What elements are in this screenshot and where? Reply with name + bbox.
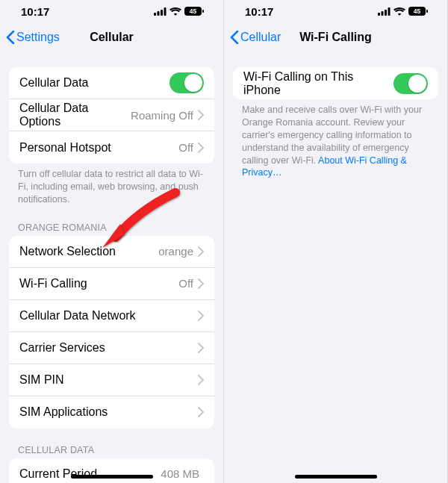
svg-rect-12 — [426, 10, 428, 13]
row-value: Off — [178, 141, 193, 154]
section-header-carrier: ORANGE ROMANIA — [18, 222, 205, 233]
back-label: Cellular — [240, 31, 281, 44]
status-time: 10:17 — [21, 5, 49, 18]
chevron-right-icon — [198, 343, 204, 353]
signal-icon — [154, 7, 167, 16]
chevron-right-icon — [198, 375, 204, 385]
row-label: SIM PIN — [19, 373, 198, 387]
footer-wifi-calling-info: Make and receive calls over Wi-Fi with y… — [242, 104, 429, 179]
svg-rect-7 — [378, 13, 380, 16]
svg-rect-1 — [158, 11, 160, 16]
row-personal-hotspot[interactable]: Personal Hotspot Off — [9, 131, 214, 163]
phone-wifi-calling: 10:17 45 Cellular Wi-Fi Calling Wi-Fi Ca… — [224, 0, 448, 483]
row-label: Network Selection — [19, 245, 158, 258]
wifi-icon — [393, 7, 405, 16]
status-bar: 10:17 45 — [224, 0, 447, 22]
svg-rect-2 — [161, 10, 163, 16]
row-sim-applications[interactable]: SIM Applications — [9, 396, 214, 429]
row-label: Cellular Data Network — [19, 309, 198, 322]
svg-rect-9 — [385, 10, 387, 16]
toggle-wifi-calling[interactable] — [393, 73, 428, 94]
svg-text:45: 45 — [190, 7, 197, 15]
group-cellular-general: Cellular Data Cellular Data Options Roam… — [9, 67, 214, 163]
back-label: Settings — [16, 31, 60, 44]
nav-bar: Settings Cellular — [0, 22, 223, 52]
content: Wi-Fi Calling on This iPhone Make and re… — [224, 52, 447, 483]
status-bar: 10:17 45 — [0, 0, 223, 22]
status-indicators: 45 — [154, 7, 204, 16]
row-label: Cellular Data — [19, 76, 169, 90]
section-header-cellular-data: CELLULAR DATA — [18, 445, 205, 455]
svg-rect-5 — [202, 10, 204, 13]
row-value: orange — [158, 245, 193, 258]
row-current-period[interactable]: Current Period 408 MB — [9, 458, 214, 483]
chevron-left-icon — [230, 31, 239, 44]
content: Cellular Data Cellular Data Options Roam… — [0, 52, 223, 483]
wifi-icon — [169, 7, 181, 16]
row-label: Wi-Fi Calling on This iPhone — [243, 70, 393, 97]
nav-bar: Cellular Wi-Fi Calling — [224, 22, 447, 52]
row-value: 408 MB — [161, 467, 199, 480]
row-label: Carrier Services — [19, 341, 198, 355]
footer-cellular-info: Turn off cellular data to restrict all d… — [18, 168, 205, 206]
status-time: 10:17 — [245, 5, 273, 18]
toggle-cellular-data[interactable] — [169, 72, 204, 93]
svg-rect-0 — [154, 13, 156, 16]
svg-rect-8 — [382, 11, 384, 16]
row-label: Wi-Fi Calling — [19, 277, 178, 290]
row-value: Off — [178, 277, 193, 290]
chevron-right-icon — [198, 311, 204, 321]
chevron-right-icon — [198, 246, 204, 257]
signal-icon — [378, 7, 391, 16]
group-wifi-calling: Wi-Fi Calling on This iPhone — [233, 67, 438, 99]
row-cellular-data-options[interactable]: Cellular Data Options Roaming Off — [9, 99, 214, 131]
row-wifi-calling[interactable]: Wi-Fi Calling Off — [9, 268, 214, 300]
home-indicator[interactable] — [71, 475, 153, 479]
chevron-right-icon — [198, 110, 204, 120]
phone-cellular: 10:17 45 Settings Cellular Cellular Data… — [0, 0, 224, 483]
row-wifi-calling-on-iphone[interactable]: Wi-Fi Calling on This iPhone — [233, 67, 438, 99]
row-label: SIM Applications — [19, 405, 198, 419]
group-carrier: Network Selection orange Wi-Fi Calling O… — [9, 236, 214, 429]
back-button[interactable]: Settings — [6, 31, 60, 44]
row-cellular-data[interactable]: Cellular Data — [9, 67, 214, 99]
battery-icon: 45 — [408, 7, 428, 16]
row-sim-pin[interactable]: SIM PIN — [9, 364, 214, 396]
row-network-selection[interactable]: Network Selection orange — [9, 236, 214, 268]
status-indicators: 45 — [378, 7, 428, 16]
home-indicator[interactable] — [295, 475, 377, 479]
row-carrier-services[interactable]: Carrier Services — [9, 332, 214, 364]
row-cellular-data-network[interactable]: Cellular Data Network — [9, 300, 214, 332]
row-label: Personal Hotspot — [19, 141, 178, 155]
back-button[interactable]: Cellular — [230, 31, 281, 44]
chevron-left-icon — [6, 31, 15, 44]
svg-rect-10 — [388, 7, 391, 16]
battery-icon: 45 — [184, 7, 204, 16]
row-value: Roaming Off — [131, 109, 193, 122]
chevron-right-icon — [198, 407, 204, 417]
svg-text:45: 45 — [414, 7, 421, 15]
chevron-right-icon — [198, 143, 204, 153]
svg-rect-3 — [164, 7, 167, 16]
chevron-right-icon — [198, 278, 204, 289]
row-label: Cellular Data Options — [19, 102, 131, 128]
group-cellular-usage: Current Period 408 MB Current Period Roa… — [9, 458, 214, 483]
